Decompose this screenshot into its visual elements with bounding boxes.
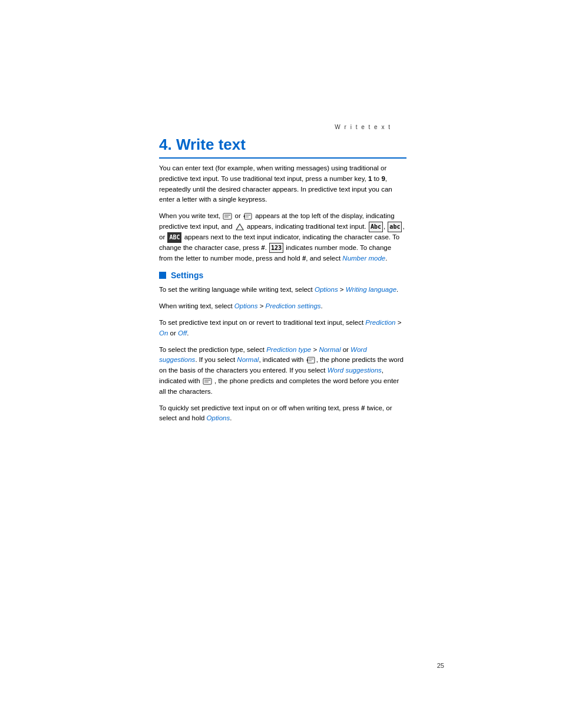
settings-heading: Settings [159, 271, 406, 280]
number-mode-link[interactable]: Number mode [342, 255, 385, 262]
content-area: 4. Write text You can enter text (for ex… [159, 136, 406, 431]
settings-item-3: To set predictive text input on or rever… [159, 318, 406, 339]
settings-square-icon [159, 272, 166, 279]
options-link-3[interactable]: Options [207, 414, 230, 421]
settings-item-1: To set the writing language while writin… [159, 285, 406, 295]
prediction-type-link[interactable]: Prediction type [266, 346, 311, 353]
normal-mode-icon [306, 357, 316, 364]
prediction-link[interactable]: Prediction [365, 319, 395, 326]
paragraph-2: When you write text, or appears at the t… [159, 211, 406, 263]
chapter-title-text: Write text [176, 136, 246, 153]
settings-item-2: When writing text, select Options > Pred… [159, 301, 406, 312]
settings-title: Settings [171, 271, 203, 280]
normal-link-2[interactable]: Normal [237, 356, 259, 363]
num-icon: 123 [269, 243, 283, 253]
abc-icon: Abc [369, 222, 383, 232]
settings-item-5: To quickly set predictive text input on … [159, 403, 406, 424]
settings-paragraphs: To set the writing language while writin… [159, 285, 406, 424]
predictive-icon-1 [223, 213, 232, 220]
svg-rect-0 [223, 213, 232, 219]
ABC-icon: ABC [167, 232, 181, 243]
svg-marker-7 [236, 224, 243, 230]
paragraph-1: You can enter text (for example, when wr… [159, 163, 406, 205]
chapter-title: 4. Write text [159, 136, 406, 159]
prediction-settings-link[interactable]: Prediction settings [266, 302, 321, 309]
options-link-1[interactable]: Options [315, 286, 338, 293]
svg-rect-12 [203, 378, 211, 384]
svg-rect-3 [244, 213, 252, 219]
chapter-number: 4. [159, 136, 172, 153]
svg-rect-8 [308, 357, 315, 363]
writing-language-link[interactable]: Writing language [346, 286, 396, 293]
body-paragraphs: You can enter text (for example, when wr… [159, 163, 406, 263]
page-number: 25 [437, 662, 444, 669]
word-suggestions-link-2[interactable]: Word suggestions [328, 367, 382, 374]
header-label: W r i t e t e x t [335, 124, 391, 130]
options-link-2[interactable]: Options [234, 302, 258, 309]
traditional-icon [235, 223, 244, 230]
normal-link-1[interactable]: Normal [319, 346, 340, 353]
predictive-icon-2 [243, 213, 253, 220]
on-link[interactable]: On [159, 330, 168, 337]
off-link[interactable]: Off [178, 330, 187, 337]
abc-lower-icon: abc [388, 222, 402, 232]
word-suggestions-icon [203, 378, 212, 385]
settings-item-4: To select the prediction type, select Pr… [159, 345, 406, 397]
page-container: W r i t e t e x t 4. Write text You can … [0, 0, 562, 728]
